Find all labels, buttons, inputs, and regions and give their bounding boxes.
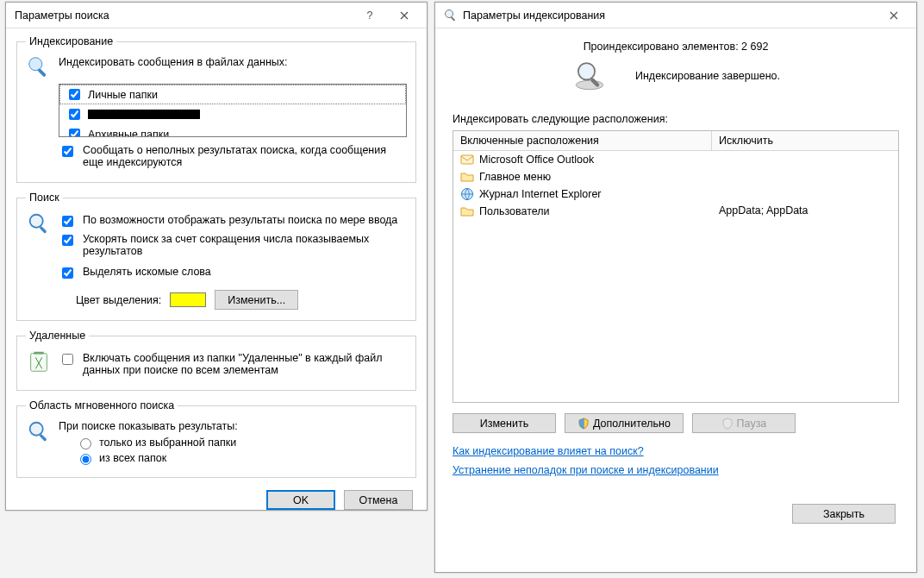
list-item[interactable]: Личные папки xyxy=(59,85,406,104)
deleted-group: Удаленные Включать сообщения из папки "У… xyxy=(16,330,416,391)
change-color-button[interactable]: Изменить... xyxy=(215,290,298,310)
locations-label: Индексировать следующие расположения: xyxy=(453,113,904,125)
list-item-label: Архивные папки xyxy=(88,129,169,138)
location-exclude: AppData; AppData xyxy=(712,203,898,220)
location-row[interactable]: Microsoft Office Outlook xyxy=(453,151,898,168)
indexing-options-dialog: Параметры индексирования Проиндексирован… xyxy=(434,2,917,573)
scope-legend: Область мгновенного поиска xyxy=(26,399,178,412)
modify-button[interactable]: Изменить xyxy=(453,413,556,433)
highlight-color-label: Цвет выделения: xyxy=(76,294,161,306)
close-button[interactable]: Закрыть xyxy=(792,504,896,524)
locations-listbox: Включенные расположения Исключить Micros… xyxy=(453,130,899,403)
location-name: Microsoft Office Outlook xyxy=(479,154,594,166)
location-name: Главное меню xyxy=(479,171,551,183)
search-group: Поиск По возможности отображать результа… xyxy=(16,192,416,321)
indexing-label: Индексировать сообщения в файлах данных: xyxy=(59,54,288,68)
search-icon xyxy=(26,210,52,236)
scope-all-folders-radio[interactable] xyxy=(80,454,91,465)
scope-label: При поиске показывать результаты: xyxy=(59,418,407,432)
shield-icon xyxy=(721,418,734,430)
indexed-count-label: Проиндексировано элементов: 2 692 xyxy=(447,41,904,53)
location-exclude xyxy=(712,151,898,168)
dialog-title: Параметры индексирования xyxy=(463,9,605,22)
indexing-group: Индексирование Индексировать сообщения в… xyxy=(16,35,416,183)
location-row[interactable]: Главное меню xyxy=(453,168,898,185)
highlight-color-swatch xyxy=(170,292,206,307)
scope-current-folder-label: только из выбранной папки xyxy=(99,437,236,449)
notify-incomplete-checkbox[interactable] xyxy=(62,146,73,157)
scope-group: Область мгновенного поиска При поиске по… xyxy=(16,399,416,478)
indexing-app-icon xyxy=(444,9,458,22)
titlebar: Параметры поиска ? xyxy=(6,3,427,28)
list-item-label-redacted xyxy=(88,110,200,119)
cancel-button[interactable]: Отмена xyxy=(344,490,413,510)
svg-rect-8 xyxy=(451,16,456,22)
location-exclude xyxy=(712,168,898,185)
folder-icon xyxy=(460,170,474,184)
svg-rect-12 xyxy=(461,155,473,164)
speed-up-label: Ускорять поиск за счет сокращения числа … xyxy=(83,233,407,257)
list-item-label: Личные папки xyxy=(88,89,158,101)
scope-current-folder-radio[interactable] xyxy=(80,438,91,449)
scope-search-icon xyxy=(26,418,52,444)
highlight-checkbox[interactable] xyxy=(62,267,73,279)
speed-up-checkbox[interactable] xyxy=(62,235,73,246)
svg-point-5 xyxy=(30,423,43,436)
search-options-dialog: Параметры поиска ? Индексирование Индекс… xyxy=(5,2,428,511)
search-legend: Поиск xyxy=(26,192,63,204)
svg-point-2 xyxy=(30,215,43,228)
close-icon[interactable] xyxy=(387,3,421,28)
advanced-button[interactable]: Дополнительно xyxy=(565,413,684,433)
indexing-icon xyxy=(26,54,52,80)
list-item[interactable]: Архивные папки xyxy=(59,124,406,137)
highlight-label: Выделять искомые слова xyxy=(83,266,211,278)
location-row[interactable]: Пользователи AppData; AppData xyxy=(453,203,898,220)
svg-point-10 xyxy=(578,63,595,79)
recycle-bin-icon xyxy=(26,349,52,374)
troubleshoot-link[interactable]: Устранение неполадок при поиске и индекс… xyxy=(453,464,719,476)
close-icon[interactable] xyxy=(877,3,911,28)
scope-all-folders-label: из всех папок xyxy=(99,452,166,464)
indexing-status-label: Индексирование завершено. xyxy=(635,70,780,82)
how-indexing-affects-search-link[interactable]: Как индексирование влияет на поиск? xyxy=(453,445,644,457)
column-exclude[interactable]: Исключить xyxy=(712,131,898,150)
titlebar: Параметры индексирования xyxy=(435,3,916,28)
help-button[interactable]: ? xyxy=(353,3,387,28)
column-included[interactable]: Включенные расположения xyxy=(453,131,712,150)
list-item-checkbox[interactable] xyxy=(69,89,80,100)
include-deleted-checkbox[interactable] xyxy=(62,354,73,365)
advanced-button-label: Дополнительно xyxy=(593,418,671,430)
location-name: Журнал Internet Explorer xyxy=(479,188,602,200)
include-deleted-label: Включать сообщения из папки "Удаленные" … xyxy=(83,352,407,376)
svg-point-0 xyxy=(29,58,42,71)
indexing-status-icon xyxy=(571,58,608,94)
folder-icon xyxy=(460,204,474,218)
pause-button-label: Пауза xyxy=(737,418,767,430)
svg-rect-3 xyxy=(39,226,47,234)
ok-button[interactable]: OK xyxy=(266,490,335,510)
ie-icon xyxy=(460,187,474,201)
outlook-icon xyxy=(460,153,474,166)
location-name: Пользователи xyxy=(479,205,550,217)
pause-button: Пауза xyxy=(692,413,796,433)
dialog-title: Параметры поиска xyxy=(15,9,109,22)
notify-incomplete-label: Сообщать о неполных результатах поиска, … xyxy=(83,144,407,168)
deleted-legend: Удаленные xyxy=(26,330,89,342)
svg-rect-6 xyxy=(39,434,47,442)
list-item-checkbox[interactable] xyxy=(69,109,80,120)
as-you-type-label: По возможности отображать результаты пои… xyxy=(83,214,397,226)
indexing-legend: Индексирование xyxy=(26,35,116,47)
as-you-type-checkbox[interactable] xyxy=(62,216,73,227)
list-item[interactable] xyxy=(59,104,406,124)
svg-point-7 xyxy=(446,9,453,17)
shield-icon xyxy=(578,418,590,430)
svg-rect-1 xyxy=(37,68,47,78)
locations-header: Включенные расположения Исключить xyxy=(453,131,898,151)
location-exclude xyxy=(712,185,898,203)
data-files-listbox[interactable]: Личные папки Архивные папки xyxy=(59,84,407,137)
location-row[interactable]: Журнал Internet Explorer xyxy=(453,185,898,203)
list-item-checkbox[interactable] xyxy=(69,129,80,137)
